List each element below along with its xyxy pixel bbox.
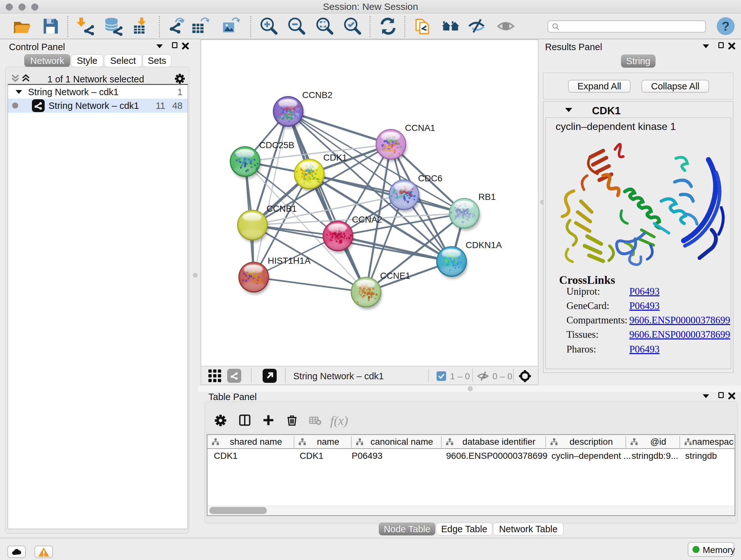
svg-text:CDC25B: CDC25B	[259, 140, 294, 150]
svg-text:CCNB2: CCNB2	[302, 90, 333, 100]
svg-text:HIST1H1A: HIST1H1A	[268, 256, 311, 266]
svg-text:CDKN1A: CDKN1A	[466, 240, 502, 250]
svg-text:CDC6: CDC6	[418, 173, 442, 183]
svg-text:CCNA2: CCNA2	[352, 214, 382, 225]
svg-text:CCNA1: CCNA1	[405, 123, 435, 133]
svg-text:CDK1: CDK1	[323, 152, 347, 163]
svg-text:CCNE1: CCNE1	[380, 271, 410, 281]
svg-text:CCNB1: CCNB1	[266, 204, 297, 213]
svg-text:RB1: RB1	[478, 192, 495, 202]
